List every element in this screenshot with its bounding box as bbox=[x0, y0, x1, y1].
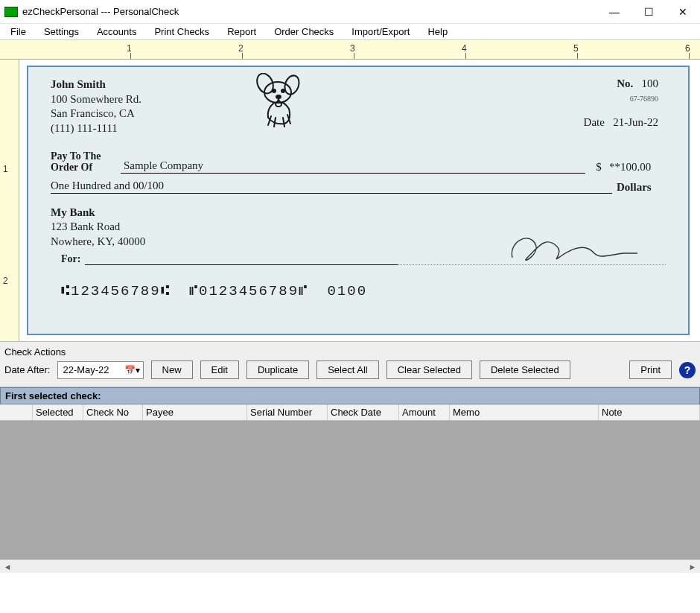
ruler-h-label: 6 bbox=[685, 43, 690, 54]
menu-print-checks[interactable]: Print Checks bbox=[147, 25, 217, 39]
new-button[interactable]: New bbox=[151, 361, 193, 379]
micr-line: ⑆123456789⑆ ⑈0123456789⑈ 0100 bbox=[61, 283, 666, 299]
work-area: 1 2 John Smith 100 Somewhere Rd. San Fra… bbox=[0, 60, 700, 341]
window-title: ezCheckPersonal --- PersonalCheck bbox=[22, 6, 597, 17]
pay-to-label-1: Pay To The bbox=[51, 150, 121, 162]
clear-selected-button[interactable]: Clear Selected bbox=[386, 361, 472, 379]
app-icon bbox=[4, 7, 18, 17]
minimize-button[interactable]: — bbox=[597, 0, 631, 23]
payer-address-1: 100 Somewhere Rd. bbox=[51, 92, 666, 107]
memo-line bbox=[85, 253, 398, 265]
menu-bar: File Settings Accounts Print Checks Repo… bbox=[0, 24, 700, 40]
check-top-right: No. 100 67-76890 Date 21-Jun-22 bbox=[584, 77, 658, 129]
ruler-horizontal: 1 2 3 4 5 6 bbox=[0, 40, 700, 60]
ruler-h-label: 3 bbox=[350, 43, 355, 54]
menu-file[interactable]: File bbox=[3, 25, 34, 39]
col-amount[interactable]: Amount bbox=[399, 404, 450, 420]
svg-point-2 bbox=[282, 74, 302, 97]
ruler-h-label: 4 bbox=[462, 43, 467, 54]
check-number-label: No. bbox=[617, 77, 633, 89]
ruler-v-label: 1 bbox=[3, 164, 8, 174]
scroll-right-icon[interactable]: ► bbox=[687, 562, 699, 572]
date-after-value: 22-May-22 bbox=[63, 364, 109, 375]
menu-settings[interactable]: Settings bbox=[36, 25, 86, 39]
payer-address-2: San Francisco, CA bbox=[51, 107, 666, 121]
check-date: 21-Jun-22 bbox=[613, 116, 658, 128]
col-memo[interactable]: Memo bbox=[450, 404, 599, 420]
payee-name: Sample Company bbox=[121, 159, 585, 174]
select-all-button[interactable]: Select All bbox=[316, 361, 378, 379]
amount-words: One Hundred and 00/100 bbox=[51, 180, 612, 194]
col-check-date[interactable]: Check Date bbox=[328, 404, 399, 420]
horizontal-scrollbar[interactable]: ◄ ► bbox=[0, 559, 700, 573]
col-serial-number[interactable]: Serial Number bbox=[247, 404, 328, 420]
svg-point-4 bbox=[281, 89, 284, 92]
check-routing-small: 67-76890 bbox=[584, 95, 658, 103]
help-button[interactable]: ? bbox=[679, 362, 696, 378]
delete-selected-button[interactable]: Delete Selected bbox=[480, 361, 570, 379]
close-button[interactable]: ✕ bbox=[666, 0, 700, 23]
col-check-no[interactable]: Check No bbox=[83, 404, 143, 420]
memo-signature-row: For: bbox=[51, 253, 666, 265]
window-buttons: — ☐ ✕ bbox=[597, 0, 700, 23]
check-preview[interactable]: John Smith 100 Somewhere Rd. San Francis… bbox=[27, 66, 690, 335]
payer-block: John Smith 100 Somewhere Rd. San Francis… bbox=[51, 77, 666, 136]
check-date-label: Date bbox=[584, 116, 605, 128]
ruler-h-label: 5 bbox=[573, 43, 579, 54]
ruler-h-label: 1 bbox=[127, 43, 132, 54]
signature-area bbox=[398, 264, 666, 265]
title-bar: ezCheckPersonal --- PersonalCheck — ☐ ✕ bbox=[0, 0, 700, 24]
grid-column-headers: Selected Check No Payee Serial Number Ch… bbox=[0, 404, 700, 421]
ruler-vertical: 1 2 bbox=[0, 60, 19, 341]
check-logo-dog-icon bbox=[252, 73, 308, 130]
dollars-label: Dollars bbox=[612, 181, 666, 194]
print-button[interactable]: Print bbox=[629, 361, 672, 379]
menu-help[interactable]: Help bbox=[420, 25, 455, 39]
col-note[interactable]: Note bbox=[599, 404, 700, 420]
maximize-button[interactable]: ☐ bbox=[631, 0, 666, 23]
svg-point-6 bbox=[276, 102, 281, 107]
pay-to-line: Pay To The Order Of Sample Company $ **1… bbox=[51, 150, 666, 174]
bank-name: My Bank bbox=[51, 206, 666, 220]
check-actions-bar: Check Actions Date After: 22-May-22 📅▾ N… bbox=[0, 341, 700, 387]
ruler-v-label: 2 bbox=[3, 276, 8, 286]
edit-button[interactable]: Edit bbox=[200, 361, 239, 379]
dollar-sign: $ bbox=[591, 161, 606, 174]
scroll-left-icon[interactable]: ◄ bbox=[1, 562, 13, 572]
amount-words-line: One Hundred and 00/100 Dollars bbox=[51, 180, 666, 194]
check-canvas: John Smith 100 Somewhere Rd. San Francis… bbox=[19, 60, 700, 341]
menu-order-checks[interactable]: Order Checks bbox=[267, 25, 341, 39]
menu-accounts[interactable]: Accounts bbox=[89, 25, 144, 39]
col-payee[interactable]: Payee bbox=[143, 404, 247, 420]
duplicate-button[interactable]: Duplicate bbox=[246, 361, 309, 379]
grid-body[interactable] bbox=[0, 421, 700, 559]
grid-title: First selected check: bbox=[0, 387, 700, 404]
pay-to-label-2: Order Of bbox=[51, 162, 121, 173]
col-selected[interactable]: Selected bbox=[33, 404, 83, 420]
payer-phone: (111) 111-1111 bbox=[51, 121, 666, 136]
date-after-label: Date After: bbox=[4, 364, 50, 375]
for-label: For: bbox=[61, 253, 80, 265]
signature-icon bbox=[505, 228, 639, 270]
check-number: 100 bbox=[642, 77, 659, 89]
menu-import-export[interactable]: Import/Export bbox=[344, 25, 417, 39]
check-actions-title: Check Actions bbox=[4, 345, 696, 361]
calendar-icon: 📅▾ bbox=[124, 365, 140, 375]
date-after-picker[interactable]: 22-May-22 📅▾ bbox=[57, 361, 143, 379]
col-blank[interactable] bbox=[0, 404, 33, 420]
svg-point-3 bbox=[273, 89, 276, 92]
payer-name: John Smith bbox=[51, 77, 666, 92]
menu-report[interactable]: Report bbox=[220, 25, 264, 39]
check-amount: **100.00 bbox=[606, 161, 666, 174]
ruler-h-label: 2 bbox=[238, 43, 244, 54]
